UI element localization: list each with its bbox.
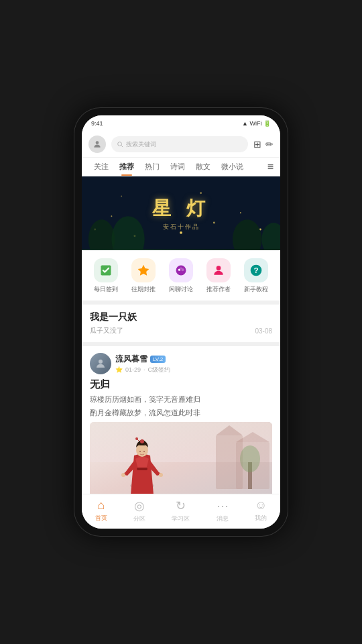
svg-point-21: [181, 268, 184, 271]
article-author: 瓜子又没了: [90, 326, 123, 335]
svg-point-43: [139, 451, 141, 452]
tab-prose[interactable]: 散文: [190, 158, 216, 176]
chat-icon: [169, 258, 193, 282]
featured-label: 往期封推: [131, 285, 156, 294]
tutorial-icon: ?: [244, 258, 268, 282]
nav-tabs: 关注 推荐 热门 诗词 散文 微小说 ≡: [82, 158, 280, 176]
signin-label: 每日签到: [94, 285, 118, 294]
banner-sub-text: 安石十作品: [152, 223, 210, 231]
svg-point-19: [176, 266, 186, 276]
tab-micro-novel[interactable]: 微小说: [216, 158, 249, 176]
svg-rect-36: [137, 468, 147, 470]
status-time: 9:41: [91, 120, 103, 127]
nav-menu-icon[interactable]: ≡: [267, 161, 274, 173]
phone-frame: 9:41 ▲ WiFi 🔋 搜索关键词 ⊞ ✏ 关注 推荐 热门 诗词 散文 微…: [74, 107, 288, 537]
article-title: 我是一只妖: [90, 311, 272, 323]
status-bar: 9:41 ▲ WiFi 🔋: [82, 115, 280, 131]
search-bar[interactable]: 搜索关键词: [111, 136, 248, 152]
svg-point-38: [140, 439, 144, 443]
main-content: 星 灯 安石十作品 每日签到 往期封推: [82, 176, 280, 494]
nav-profile[interactable]: ☺ 我的: [255, 498, 267, 523]
tab-recommend[interactable]: 推荐: [114, 158, 139, 176]
profile-icon: ☺: [255, 498, 267, 513]
svg-point-12: [121, 196, 122, 197]
study-icon: ↻: [176, 498, 186, 513]
tab-hot[interactable]: 热门: [139, 158, 165, 176]
svg-point-0: [96, 141, 99, 144]
home-label: 首页: [95, 514, 107, 523]
featured-icon: [131, 258, 156, 282]
svg-point-41: [121, 473, 125, 477]
svg-line-2: [121, 146, 123, 148]
quick-item-chat[interactable]: 闲聊讨论: [169, 258, 193, 294]
banner[interactable]: 星 灯 安石十作品: [82, 176, 280, 250]
chat-label: 闲聊讨论: [169, 285, 193, 294]
banner-title: 星 灯 安石十作品: [152, 196, 210, 231]
svg-point-9: [213, 222, 215, 224]
study-label: 学习区: [172, 515, 190, 523]
featured-article[interactable]: 我是一只妖 瓜子又没了 03-08: [82, 305, 280, 342]
svg-point-10: [240, 212, 241, 213]
header: 搜索关键词 ⊞ ✏: [82, 131, 280, 158]
post-author-row: 流风暮雪 LV.2 ⭐ 01-29 · C级签约: [90, 353, 272, 374]
post-image: [90, 422, 272, 494]
banner-main-text: 星 灯: [152, 196, 210, 221]
home-icon: ⌂: [97, 498, 105, 513]
svg-point-13: [200, 192, 202, 194]
post-illustration: [90, 422, 272, 494]
edit-icon[interactable]: ✏: [265, 139, 274, 150]
status-icons: ▲ WiFi 🔋: [242, 120, 271, 127]
tab-follow[interactable]: 关注: [88, 158, 114, 176]
post-contract: C级签约: [148, 366, 171, 374]
post-excerpt-2: 酌月金樽藏故梦，流风怎道此时非: [90, 407, 272, 419]
lv-badge: LV.2: [150, 356, 166, 363]
svg-point-42: [159, 473, 163, 477]
quick-item-tutorial[interactable]: ? 新手教程: [244, 258, 268, 294]
svg-point-23: [217, 266, 221, 270]
post-author-name-row: 流风暮雪 LV.2: [115, 354, 272, 365]
svg-point-5: [111, 215, 112, 217]
svg-point-40: [135, 437, 138, 440]
svg-point-22: [180, 267, 182, 269]
author-icon: [206, 258, 231, 282]
nav-messages[interactable]: ⋯ 消息: [217, 498, 229, 523]
quick-item-author[interactable]: 推荐作者: [206, 258, 231, 294]
quick-actions: 每日签到 往期封推 闲聊讨论: [82, 250, 280, 301]
quick-item-signin[interactable]: 每日签到: [94, 258, 118, 294]
post-contract-dot: ·: [143, 366, 145, 373]
nav-home[interactable]: ⌂ 首页: [95, 498, 107, 523]
article-date: 03-08: [255, 327, 272, 335]
header-icons: ⊞ ✏: [253, 139, 274, 150]
svg-point-26: [99, 360, 103, 364]
post-excerpt-1: 琼楼历历烟如画，笺字无音雁难归: [90, 394, 272, 405]
svg-point-34: [240, 445, 260, 472]
post-card[interactable]: 流风暮雪 LV.2 ⭐ 01-29 · C级签约 无归 琼楼历历烟如画，笺字无音…: [82, 346, 280, 494]
section-label: 分区: [133, 515, 145, 523]
avatar[interactable]: [88, 136, 106, 153]
svg-point-8: [180, 231, 182, 234]
svg-point-44: [143, 451, 145, 452]
bottom-nav: ⌂ 首页 ◎ 分区 ↻ 学习区 ⋯ 消息 ☺ 我的: [82, 494, 280, 529]
tutorial-label: 新手教程: [244, 285, 268, 294]
profile-label: 我的: [255, 514, 267, 523]
quick-item-featured[interactable]: 往期封推: [131, 258, 156, 294]
messages-label: 消息: [217, 515, 229, 523]
post-author-info: 流风暮雪 LV.2 ⭐ 01-29 · C级签约: [115, 354, 272, 374]
article-meta: 瓜子又没了 03-08: [90, 326, 272, 335]
nav-study[interactable]: ↻ 学习区: [172, 498, 190, 523]
nav-section[interactable]: ◎ 分区: [133, 498, 145, 523]
tab-poetry[interactable]: 诗词: [165, 158, 190, 176]
post-avatar: [90, 353, 111, 374]
svg-text:?: ?: [253, 266, 258, 274]
svg-point-20: [178, 269, 180, 271]
author-label: 推荐作者: [206, 285, 231, 294]
messages-icon: ⋯: [217, 498, 229, 513]
section-icon: ◎: [134, 498, 145, 513]
post-author-name: 流风暮雪: [115, 354, 147, 365]
signin-icon: [94, 258, 118, 282]
post-title: 无归: [90, 378, 272, 391]
scan-icon[interactable]: ⊞: [253, 139, 261, 150]
phone-screen: 9:41 ▲ WiFi 🔋 搜索关键词 ⊞ ✏ 关注 推荐 热门 诗词 散文 微…: [82, 115, 280, 529]
post-date: 01-29: [125, 366, 141, 373]
post-author-sub: ⭐ 01-29 · C级签约: [115, 366, 272, 374]
